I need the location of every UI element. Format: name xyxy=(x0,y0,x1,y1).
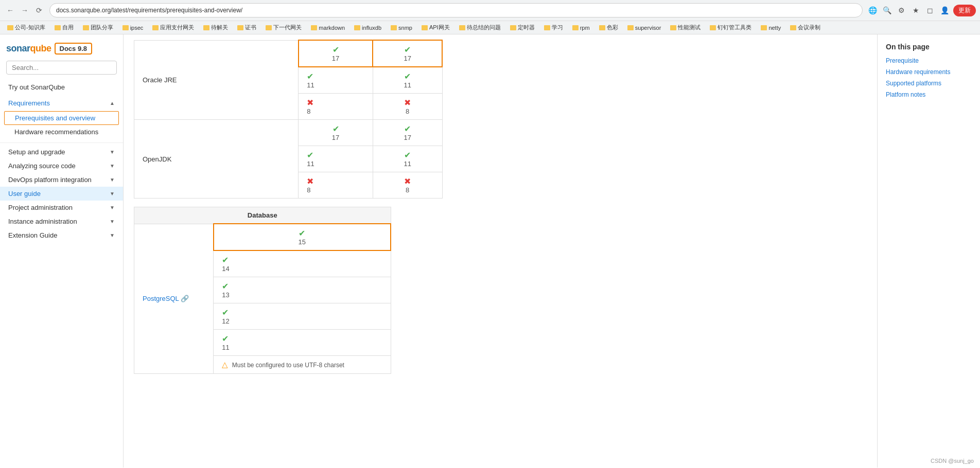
version-8-server: 8 xyxy=(307,186,366,194)
profile-icon[interactable]: 👤 xyxy=(939,5,950,16)
bookmark-learning[interactable]: 学习 xyxy=(541,23,566,32)
folder-icon xyxy=(459,25,465,30)
search-input[interactable] xyxy=(6,61,117,75)
bookmark-issues[interactable]: 待总结的问题 xyxy=(456,23,504,32)
pg-version-15: 15 xyxy=(299,238,306,246)
version-11-server: 11 xyxy=(307,81,366,89)
version-8-scanner: 8 xyxy=(379,107,436,115)
folder-icon xyxy=(152,25,159,30)
bookmark-supervisor[interactable]: supervisor xyxy=(624,24,664,32)
postgresql-15-row: PostgreSQL 🔗 ✔ 15 xyxy=(134,224,391,250)
bookmark-ipsec[interactable]: ipsec xyxy=(119,24,147,32)
bookmark-personal[interactable]: 自用 xyxy=(51,23,77,32)
db-header-label: Database xyxy=(134,207,391,224)
bookmark-api[interactable]: API网关 xyxy=(418,23,453,32)
folder-icon xyxy=(670,25,676,30)
pg-version-13: 13 xyxy=(222,291,229,299)
content-area: Oracle JRE ✔ 17 ✔ 17 ✔ 11 xyxy=(124,34,877,467)
bookmark-payment[interactable]: 应用支付网关 xyxy=(149,23,197,32)
bookmark-nextgen[interactable]: 下一代网关 xyxy=(262,23,305,32)
bookmark-markdown[interactable]: markdown xyxy=(308,24,348,32)
sidebar-item-project-admin[interactable]: Project administration ▼ xyxy=(0,201,123,214)
extensions-icon[interactable]: ⚙ xyxy=(896,5,907,16)
right-sidebar: On this page Prerequisite Hardware requi… xyxy=(877,34,980,467)
forward-button[interactable]: → xyxy=(19,4,31,16)
bookmark-label: netty xyxy=(768,25,781,31)
userguide-label: User guide xyxy=(8,190,41,197)
oracle-jre-header-row: Oracle JRE ✔ 17 ✔ 17 xyxy=(134,40,443,67)
folder-icon xyxy=(710,25,716,30)
sidebar-item-userguide[interactable]: User guide ▼ xyxy=(0,187,123,201)
postgresql-link[interactable]: PostgreSQL 🔗 xyxy=(143,295,189,302)
version-11-scanner: 11 xyxy=(379,81,436,89)
browser-icons: 🌐 🔍 ⚙ ★ ◻ 👤 更新 xyxy=(867,5,976,16)
right-link-platforms[interactable]: Supported platforms xyxy=(886,80,972,87)
pg-14-cell: ✔ 14 xyxy=(214,250,391,277)
check-icon: ✔ xyxy=(332,45,339,54)
oracle-11-server-cell: ✔ 11 xyxy=(299,67,373,94)
bookmark-meeting[interactable]: 会议录制 xyxy=(787,23,824,32)
openjdk-8-server-cell: ✖ 8 xyxy=(299,172,373,199)
pg-12-cell: ✔ 12 xyxy=(214,303,391,330)
bookmark-label: 学习 xyxy=(552,24,563,31)
bookmark-rpm[interactable]: rpm xyxy=(569,24,593,32)
refresh-button[interactable]: ⟳ xyxy=(33,4,45,16)
sidebar-item-hardware[interactable]: Hardware recommendations xyxy=(0,126,123,138)
on-this-page-title: On this page xyxy=(886,43,972,51)
sidebar-item-try-sonarqube[interactable]: Try out SonarQube xyxy=(0,81,123,94)
right-link-notes[interactable]: Platform notes xyxy=(886,91,972,98)
sidebar-item-prerequisites[interactable]: Prerequisites and overview xyxy=(4,111,119,125)
requirements-header[interactable]: Requirements ▲ xyxy=(0,96,123,110)
bookmark-timer[interactable]: 定时器 xyxy=(507,23,538,32)
bookmark-netty[interactable]: netty xyxy=(758,24,784,32)
tab-icon[interactable]: ◻ xyxy=(924,5,936,16)
folder-icon xyxy=(203,25,209,30)
folder-icon xyxy=(544,25,550,30)
project-admin-label: Project administration xyxy=(8,204,73,211)
oracle-17-scanner-cell: ✔ 17 xyxy=(373,40,442,67)
bookmark-label: 性能测试 xyxy=(678,24,701,31)
check-icon: ✔ xyxy=(404,72,411,81)
bookmark-influxdb[interactable]: influxdb xyxy=(351,24,384,32)
back-button[interactable]: ← xyxy=(4,4,16,16)
folder-icon xyxy=(55,25,61,30)
bookmark-company[interactable]: 公司-知识库 xyxy=(4,23,48,32)
right-link-prerequisite[interactable]: Prerequisite xyxy=(886,57,972,64)
bookmark-resolve[interactable]: 待解关 xyxy=(200,23,231,32)
openjdk-17-scanner-cell: ✔ 17 xyxy=(373,120,442,146)
sidebar-item-extension[interactable]: Extension Guide ▼ xyxy=(0,228,123,242)
translate-icon[interactable]: 🌐 xyxy=(867,5,878,16)
sonarqube-logo: sonarqube xyxy=(6,43,51,54)
chevron-down-icon: ▼ xyxy=(110,177,115,183)
bookmark-team[interactable]: 团队分享 xyxy=(80,23,116,32)
bookmark-label: 团队分享 xyxy=(91,24,113,31)
star-icon[interactable]: ★ xyxy=(910,5,921,16)
check-icon: ✔ xyxy=(404,151,411,159)
bookmark-label: 色彩 xyxy=(607,24,618,31)
sidebar-item-instance-admin[interactable]: Instance administration ▼ xyxy=(0,214,123,228)
docs-version-badge[interactable]: Docs 9.8 xyxy=(55,43,92,55)
bookmark-label: supervisor xyxy=(635,25,661,31)
check-icon: ✔ xyxy=(222,282,229,291)
sidebar-item-analyzing[interactable]: Analyzing source code ▼ xyxy=(0,159,123,173)
right-link-hardware[interactable]: Hardware requirements xyxy=(886,68,972,76)
sidebar-item-devops[interactable]: DevOps platform integration ▼ xyxy=(0,173,123,187)
openjdk-11-server-cell: ✔ 11 xyxy=(299,146,373,172)
bookmark-dingding[interactable]: 钉钉管工具类 xyxy=(707,23,755,32)
devops-label: DevOps platform integration xyxy=(8,176,92,184)
bookmark-snmp[interactable]: snmp xyxy=(388,24,415,32)
address-bar[interactable]: docs.sonarqube.org/latest/requirements/p… xyxy=(49,3,863,17)
folder-icon xyxy=(311,25,317,30)
instance-admin-label: Instance administration xyxy=(8,218,77,225)
sidebar-item-setup[interactable]: Setup and upgrade ▼ xyxy=(0,145,123,159)
folder-icon xyxy=(122,25,129,30)
folder-icon xyxy=(391,25,397,30)
bookmark-color[interactable]: 色彩 xyxy=(596,23,621,32)
error-icon: ✖ xyxy=(404,98,411,107)
bookmark-cert[interactable]: 证书 xyxy=(234,23,259,32)
bookmark-perf[interactable]: 性能测试 xyxy=(667,23,704,32)
update-button[interactable]: 更新 xyxy=(953,5,976,16)
error-icon: ✖ xyxy=(404,177,411,186)
search-icon[interactable]: 🔍 xyxy=(881,5,892,16)
check-icon: ✔ xyxy=(307,151,313,159)
